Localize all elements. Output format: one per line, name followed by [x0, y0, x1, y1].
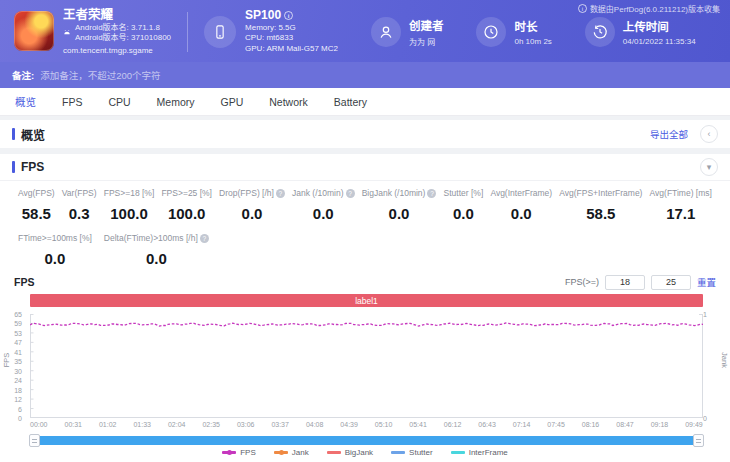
accent-bar [12, 161, 15, 173]
duration-label: 时长 [514, 18, 551, 34]
legend-label: InterFrame [469, 448, 508, 457]
person-icon [371, 17, 401, 47]
stat-item: Stutter [%] 0.0 [444, 188, 484, 222]
y-axis-tick-label: 18 [14, 386, 22, 393]
stat-value: 58.5 [559, 205, 642, 222]
report-tab[interactable]: Battery [321, 96, 380, 108]
scrollbar-handle-right[interactable] [693, 434, 704, 447]
stat-item: Delta(FTime)>100ms [/h]? 0.0 [104, 233, 209, 267]
stat-label: BigJank (/10min) [362, 188, 426, 198]
device-gpu: GPU: ARM Mali-G57 MC2 [245, 44, 338, 55]
report-tab[interactable]: GPU [208, 96, 257, 108]
note-placeholder: 添加备注，不超过200个字符 [40, 68, 160, 82]
x-axis-tick-label: 04:39 [340, 421, 358, 428]
chart-plot-area[interactable] [30, 314, 703, 418]
y-axis-left: 6559534741353024181260 [0, 314, 27, 418]
stat-item: Jank (/10min)? 0.0 [292, 188, 355, 222]
help-icon[interactable]: ? [427, 189, 436, 198]
stat-label: Var(FPS) [62, 188, 97, 198]
threshold-input-2[interactable] [651, 275, 691, 290]
phone-icon [204, 16, 236, 48]
fps-chart[interactable]: FPS 6559534741353024181260 10 Jank 00:00… [0, 308, 730, 435]
help-icon[interactable]: ? [346, 189, 355, 198]
stat-value: 0.0 [18, 250, 92, 267]
stat-label: Drop(FPS) [/h] [219, 188, 274, 198]
x-axis-tick-label: 06:12 [444, 421, 462, 428]
legend-marker [327, 451, 341, 454]
android-version-name: Android版本名: 3.71.1.8 [75, 23, 171, 33]
overview-section-header: 概览 导出全部 ‹ [0, 120, 730, 148]
collapse-down-button[interactable]: ▾ [700, 158, 718, 176]
x-axis-tick-label: 02:35 [202, 421, 220, 428]
fps-stats-row-2: FTime>=100ms [%] 0.0 Delta(FTime)>100ms … [0, 222, 730, 269]
legend-marker [391, 451, 405, 454]
y-axis-tick-label: 35 [14, 358, 22, 365]
stat-value: 58.5 [18, 205, 55, 222]
android-icon [63, 29, 71, 37]
stat-label: Jank (/10min) [292, 188, 344, 198]
note-bar[interactable]: 备注: 添加备注，不超过200个字符 [0, 62, 730, 88]
report-header: i 数据由PerfDog(6.0.211212)版本收集 王者荣耀 Androi… [0, 0, 730, 62]
x-axis-tick-label: 06:43 [478, 421, 496, 428]
note-label: 备注: [12, 68, 34, 82]
fps-panel: FPS ▾ Avg(FPS) 58.5 Var(FPS) 0.3 FPS>=18… [0, 154, 730, 462]
legend-marker [451, 451, 465, 454]
legend-marker [222, 451, 236, 454]
android-version-code: Android版本号: 371010800 [75, 33, 171, 43]
x-axis-tick-label: 07:14 [513, 421, 531, 428]
chart-title: FPS [14, 276, 34, 288]
stat-item: FPS>=25 [%] 100.0 [161, 188, 212, 222]
x-axis: 00:00 00:31 01:02 01:33 02:04 02:35 03:0… [30, 421, 703, 428]
legend-item[interactable]: Stutter [391, 448, 433, 457]
scrollbar-handle-left[interactable] [29, 434, 40, 447]
history-clock-icon [585, 17, 615, 47]
help-icon[interactable]: ? [200, 234, 209, 243]
stat-label: Delta(FTime)>100ms [/h] [104, 233, 198, 243]
legend-item[interactable]: Jank [274, 448, 309, 457]
report-tab[interactable]: Network [256, 96, 321, 108]
report-tab[interactable]: Memory [144, 96, 208, 108]
fps-panel-title: FPS [21, 160, 44, 174]
app-package: com.tencent.tmgp.sgame [63, 46, 171, 56]
stat-value: 0.0 [219, 205, 285, 222]
chart-annotation-band[interactable]: label1 [30, 294, 703, 307]
legend-label: Jank [292, 448, 309, 457]
report-tab[interactable]: FPS [49, 96, 95, 108]
device-memory: Memory: 5.5G [245, 23, 338, 34]
threshold-input-1[interactable] [605, 275, 645, 290]
legend-item[interactable]: BigJank [327, 448, 373, 457]
stat-value: 100.0 [161, 205, 212, 222]
collapse-left-button[interactable]: ‹ [700, 125, 718, 143]
reset-button[interactable]: 重置 [697, 275, 716, 289]
device-info-block: SP100 i Memory: 5.5G CPU: mt6833 GPU: AR… [204, 10, 338, 54]
threshold-label: FPS(>=) [565, 277, 599, 287]
x-axis-tick-label: 00:31 [64, 421, 82, 428]
stat-item: Avg(InterFrame) 0.0 [490, 188, 552, 222]
game-app-icon [14, 11, 54, 51]
collect-info-text: 数据由PerfDog(6.0.211212)版本收集 [590, 3, 720, 14]
app-info-block: 王者荣耀 Android版本名: 3.71.1.8 Android版本号: 37… [14, 8, 171, 56]
stat-item: Avg(FTime) [ms] 17.1 [650, 188, 712, 222]
legend-item[interactable]: FPS [222, 448, 256, 457]
creator-block: 创建者 为为 网 [371, 17, 444, 47]
y-axis-tick-label: 0 [703, 415, 707, 422]
creator-label: 创建者 [409, 17, 444, 33]
report-tabs: 概览 FPS CPU Memory GPU Network Battery [0, 88, 730, 116]
chart-range-scrollbar[interactable] [30, 436, 703, 445]
x-axis-tick-label: 08:47 [616, 421, 634, 428]
legend-marker-dot [227, 450, 232, 455]
x-axis-tick-label: 01:33 [133, 421, 151, 428]
stat-value: 17.1 [650, 205, 712, 222]
stat-label: Avg(InterFrame) [490, 188, 552, 198]
report-tab[interactable]: CPU [95, 96, 143, 108]
x-axis-tick-label: 04:08 [306, 421, 324, 428]
report-tab[interactable]: 概览 [2, 94, 49, 109]
stat-value: 0.0 [292, 205, 355, 222]
help-icon[interactable]: ? [276, 189, 285, 198]
export-all-link[interactable]: 导出全部 [650, 127, 688, 141]
device-info-icon[interactable]: i [284, 11, 293, 20]
info-icon: i [578, 4, 587, 13]
stat-item: Var(FPS) 0.3 [62, 188, 97, 222]
legend-item[interactable]: InterFrame [451, 448, 508, 457]
upload-time-label: 上传时间 [623, 18, 696, 34]
